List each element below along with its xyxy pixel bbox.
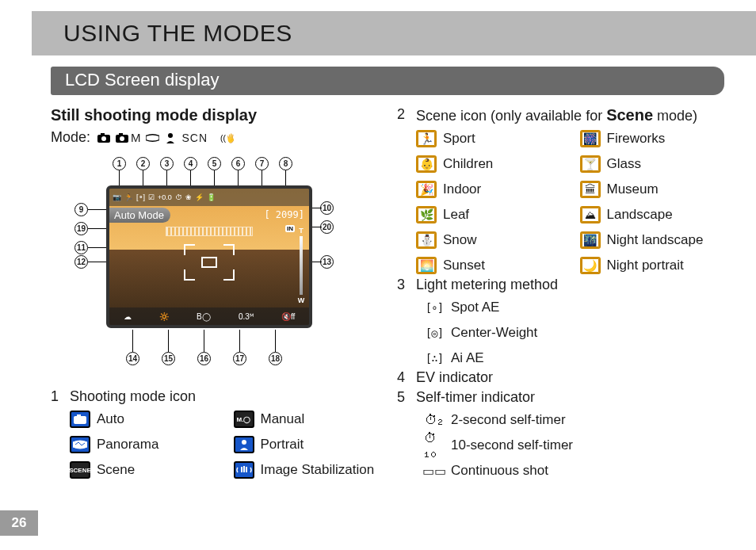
svg-text:((🖐)): ((🖐)) (220, 132, 234, 143)
section-3-header: 3 Light metering method (397, 277, 727, 293)
list-item-label: 2-second self-timer (451, 412, 566, 428)
list-item-label: Fireworks (607, 131, 666, 147)
callout-11: 11 (74, 241, 88, 254)
section-4-num: 4 (397, 369, 408, 386)
spot-ae-icon: [∘] (424, 299, 445, 316)
zoom-t: T (299, 227, 304, 235)
timer-2s-icon: ⏱₂ (424, 411, 445, 429)
list-item: 🎉Indoor (416, 178, 564, 201)
svg-point-6 (168, 133, 173, 138)
section-1-header: 1 Shooting mode icon (51, 388, 381, 405)
stabilization-icon: ((🖐)) (220, 133, 234, 143)
children-icon: 👶 (416, 155, 437, 173)
list-item: ⛰Landscape (580, 204, 728, 226)
svg-point-11 (242, 440, 246, 445)
section-title: LCD Screen display (51, 67, 724, 95)
scn-icon: SCN (182, 132, 208, 144)
lcd-histogram (166, 227, 253, 236)
section-2-header: 2 Scene icon (only available for Scene m… (397, 106, 727, 124)
list-item: ⛄Snow (416, 229, 564, 251)
list-item: [∘]Spot AE (424, 296, 727, 319)
list-item-label: Sunset (443, 258, 485, 273)
sunset-icon: 🌅 (416, 257, 437, 274)
svg-point-2 (101, 136, 106, 141)
section-5-header: 5 Self-timer indicator (397, 389, 727, 406)
still-shooting-heading: Still shooting mode display (51, 106, 381, 124)
camera-m-icon (115, 133, 128, 143)
callout-7: 7 (255, 157, 269, 170)
svg-rect-4 (119, 133, 123, 136)
snow-icon: ⛄ (416, 231, 437, 249)
list-item-label: Glass (607, 156, 641, 172)
sport-icon: 🏃 (416, 130, 437, 147)
callout-12: 12 (74, 255, 88, 269)
portrait-icon (164, 133, 178, 143)
list-item: [◎]Center-Weight (424, 322, 727, 344)
lcd-bottom-row: ☁🔆B◯0.3ᴹ🔇ff (109, 307, 309, 325)
lcd-zoom-bar: T W (296, 227, 306, 304)
callout-15: 15 (162, 352, 175, 365)
list-item-label: Manual (261, 411, 305, 427)
list-item-label: Museum (607, 181, 659, 197)
stabilization-icon (234, 461, 254, 479)
mode-label: Mode: (51, 129, 90, 146)
lcd-counter: [ 2099] (264, 209, 304, 220)
ai-ae-icon: [∴] (424, 349, 445, 367)
list-item-label: Portrait (261, 437, 304, 453)
list-item-label: Leaf (443, 207, 469, 223)
lcd-focus-frame (184, 244, 235, 281)
callout-14: 14 (126, 352, 139, 365)
page-title-bar: USING THE MODES (32, 11, 756, 55)
lcd-diagram: 📷🏃[∘]☑+0.0⏱❀⚡🔋 Auto Mode [ 2099] IN T W … (51, 154, 336, 384)
indoor-icon: 🎉 (416, 181, 437, 198)
list-item: [∴]Ai AE (424, 347, 727, 369)
zoom-w: W (298, 296, 305, 304)
section-4-header: 4 EV indicator (397, 369, 727, 386)
scene-icon: SCENE (70, 461, 90, 479)
lcd-top-row: 📷🏃[∘]☑+0.0⏱❀⚡🔋 (109, 189, 309, 206)
glass-icon: 🍸 (580, 155, 601, 173)
fireworks-icon: 🎆 (580, 130, 601, 147)
list-item: Auto (70, 408, 218, 430)
callout-19: 19 (74, 222, 88, 235)
list-item-label: Auto (97, 411, 124, 427)
camera-icon (97, 133, 110, 143)
list-item: ⏱₁₀10-second self-timer (424, 434, 727, 456)
callout-1: 1 (113, 157, 126, 170)
landscape-icon: ⛰ (580, 206, 601, 223)
section-4-title: EV indicator (416, 369, 493, 386)
page-number: 26 (0, 510, 38, 536)
callout-16: 16 (197, 352, 211, 365)
night-landscape-icon: 🌃 (580, 231, 601, 249)
list-item-label: Ai AE (451, 350, 484, 366)
list-item: 🍸Glass (580, 153, 728, 175)
section-3-grid: [∘]Spot AE[◎]Center-Weight[∴]Ai AE (424, 296, 727, 369)
section-2-title: Scene icon (only available for Scene mod… (416, 106, 697, 124)
list-item: ▭▭Continuous shot (424, 460, 727, 482)
mode-line: Mode: M SCN ((🖐)) (51, 129, 381, 146)
list-item-label: Spot AE (451, 300, 499, 315)
list-item: Panorama (70, 434, 218, 456)
lcd-in-badge: IN (285, 225, 295, 232)
list-item: Portrait (234, 434, 382, 456)
portrait-icon (234, 436, 254, 453)
svg-rect-1 (101, 133, 105, 136)
section-3-title: Light metering method (416, 277, 558, 293)
page-title: USING THE MODES (63, 20, 292, 47)
list-item-label: Children (443, 156, 493, 172)
section-2-num: 2 (397, 106, 408, 123)
list-item: 🌿Leaf (416, 204, 564, 226)
callout-5: 5 (208, 157, 221, 170)
continuous-shot-icon: ▭▭ (424, 462, 445, 479)
list-item: SCENEScene (70, 459, 218, 481)
list-item: 🏃Sport (416, 128, 564, 150)
list-item: Image Stabilization (234, 459, 382, 481)
section-1-grid: AutoM.◯ManualPanoramaPortraitSCENESceneI… (70, 408, 381, 481)
list-item: 🌃Night landscape (580, 229, 728, 251)
section-5-grid: ⏱₂2-second self-timer⏱₁₀10-second self-t… (424, 409, 727, 482)
callout-2: 2 (136, 157, 150, 170)
callout-18: 18 (269, 352, 282, 365)
panorama-icon (70, 436, 90, 453)
list-item: 🌅Sunset (416, 254, 564, 277)
section-2-grid: 🏃Sport🎆Fireworks👶Children🍸Glass🎉Indoor🏛M… (416, 128, 727, 277)
